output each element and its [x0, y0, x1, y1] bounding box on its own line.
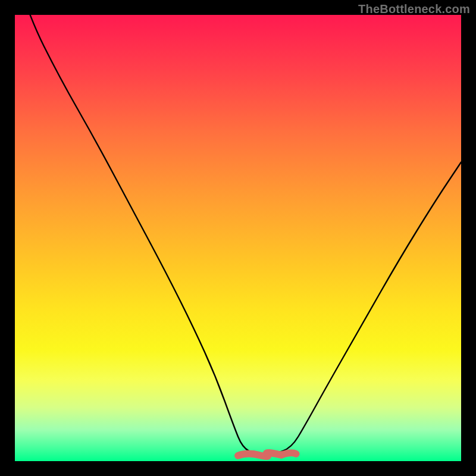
chart-plot-area	[15, 15, 461, 461]
chart-svg	[15, 15, 461, 461]
bottleneck-curve	[15, 15, 461, 455]
watermark-text: TheBottleneck.com	[358, 2, 470, 16]
chart-frame: TheBottleneck.com	[0, 0, 476, 476]
plateau-highlight	[238, 453, 296, 456]
